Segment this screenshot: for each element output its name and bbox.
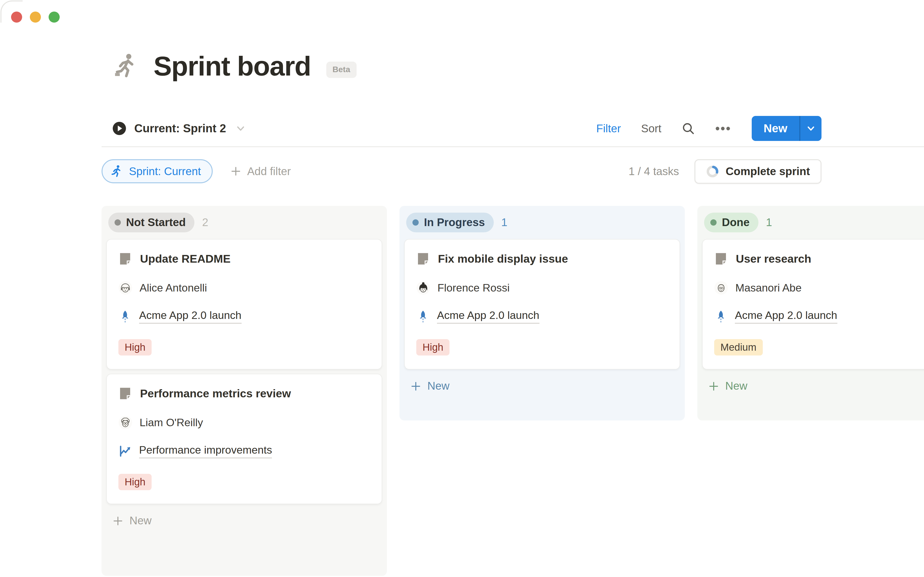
sort-button[interactable]: Sort [641,122,661,135]
assignee-name: Florence Rossi [437,282,510,294]
new-button[interactable]: New [751,116,821,141]
status-pill-in-progress[interactable]: In Progress [406,213,493,232]
sprint-board-window: Sprint board Beta Current: Sprint 2 Filt… [0,0,924,577]
plus-icon [230,166,241,177]
add-card-button[interactable]: New [106,508,382,533]
avatar [416,281,430,295]
plus-icon [112,515,124,527]
card-title: Fix mobile display issue [438,252,568,265]
task-card[interactable]: Fix mobile display issue Florence Rossi [404,239,680,369]
more-options-icon[interactable]: ••• [715,121,732,136]
add-filter-label: Add filter [247,165,291,178]
status-pill-done[interactable]: Done [704,213,758,232]
play-icon [112,121,127,135]
column-header: Not Started 2 [106,212,382,239]
page-header: Sprint board Beta [112,50,356,82]
column-in-progress: In Progress 1 Fix mobile display issue [400,206,685,421]
page-title: Sprint board [153,50,311,82]
runner-icon [110,164,123,178]
column-header: In Progress 1 [404,212,680,239]
task-card[interactable]: User research Masanori Abe [702,239,924,369]
toolbar: Current: Sprint 2 Filter Sort ••• New [112,116,821,142]
filter-bar: Sprint: Current Add filter 1 / 4 tasks C… [102,156,821,187]
complete-sprint-label: Complete sprint [726,165,810,178]
rocket-icon [416,310,430,323]
assignee-name: Masanori Abe [735,282,801,294]
page-icon [118,387,132,400]
task-count: 1 / 4 tasks [629,165,679,178]
complete-sprint-button[interactable]: Complete sprint [695,159,821,184]
status-dot [710,219,717,226]
project-link[interactable]: Acme App 2.0 launch [735,309,837,324]
minimize-button[interactable] [30,11,41,23]
toolbar-actions: Filter Sort ••• New [596,116,821,141]
status-pill-not-started[interactable]: Not Started [108,213,194,232]
view-label: Current: Sprint 2 [134,122,226,135]
filter-bar-right: 1 / 4 tasks Complete sprint [629,159,821,184]
column-count: 1 [766,216,772,229]
add-filter-button[interactable]: Add filter [230,165,291,178]
chart-up-icon [118,445,132,458]
close-button[interactable] [11,11,22,23]
avatar [714,281,728,295]
add-card-button[interactable]: New [404,374,680,398]
priority-badge: High [416,339,450,356]
status-label: Not Started [126,216,186,229]
sprint-view-switcher[interactable]: Current: Sprint 2 [112,121,246,135]
plus-icon [410,380,422,392]
avatar [118,281,132,295]
rocket-icon [714,310,728,323]
status-dot [114,219,121,226]
page-icon [714,252,728,266]
status-dot [413,219,419,226]
add-card-button[interactable]: New [702,374,924,398]
toolbar-divider [102,146,924,147]
task-card[interactable]: Update README Alice Antonelli [106,239,382,369]
status-label: Done [722,216,750,229]
priority-badge: High [118,339,152,356]
avatar [118,416,132,430]
sprint-filter-chip[interactable]: Sprint: Current [102,159,213,183]
assignee-name: Liam O'Reilly [140,416,203,429]
add-card-label: New [427,380,450,393]
page-icon [118,252,132,266]
kanban-board: Not Started 2 Update README [102,206,924,576]
chevron-down-icon [806,123,816,134]
priority-badge: Medium [714,339,763,356]
new-button-label[interactable]: New [751,116,799,141]
zoom-button[interactable] [48,11,60,23]
status-label: In Progress [424,216,485,229]
card-title: User research [736,252,811,265]
filter-bar-left: Sprint: Current Add filter [102,159,291,183]
new-button-dropdown[interactable] [799,116,821,141]
add-card-label: New [725,380,747,393]
card-title: Performance metrics review [140,387,291,400]
column-count: 2 [202,216,208,229]
column-count: 1 [501,216,508,229]
beta-badge: Beta [326,61,356,78]
project-link[interactable]: Performance improvements [139,444,272,458]
priority-badge: High [118,474,152,490]
column-header: Done 1 [702,212,924,239]
runner-icon [112,52,139,79]
chevron-down-icon [235,122,246,134]
column-not-started: Not Started 2 Update README [102,206,387,576]
progress-ring-icon [706,165,719,178]
column-done: Done 1 User research [697,206,924,421]
assignee-name: Alice Antonelli [140,282,207,294]
add-card-label: New [129,514,152,527]
sprint-filter-label: Sprint: Current [129,165,201,178]
project-link[interactable]: Acme App 2.0 launch [139,309,241,324]
page-icon [416,252,430,266]
task-card[interactable]: Performance metrics review Liam O'Reilly [106,374,382,504]
plus-icon [708,380,719,392]
project-link[interactable]: Acme App 2.0 launch [437,309,539,324]
rocket-icon [118,310,132,323]
traffic-lights [11,11,60,23]
search-icon[interactable] [682,122,695,135]
card-title: Update README [140,252,231,265]
filter-button[interactable]: Filter [596,122,621,135]
